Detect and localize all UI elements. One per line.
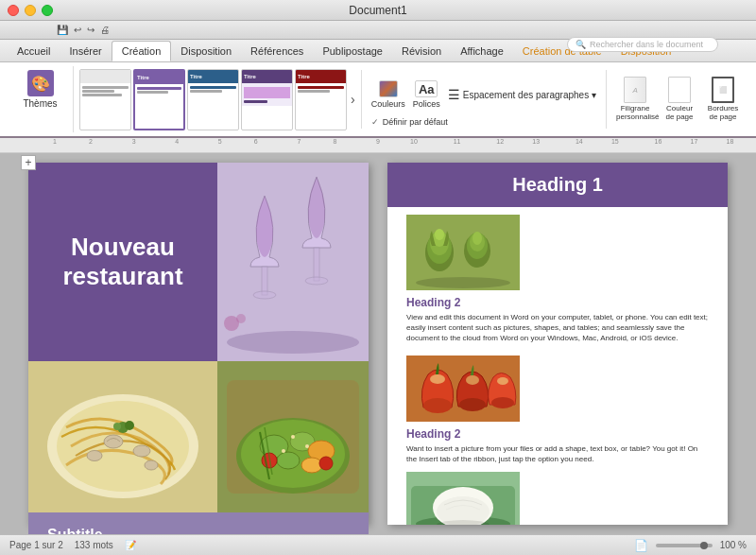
themes-label: Thèmes — [23, 98, 57, 109]
ribbon-group-theme-gallery: Titre Titre Titre Titre — [76, 66, 359, 132]
restaurant-title: Nouveau restaurant — [47, 233, 198, 291]
tab-references[interactable]: Références — [241, 41, 313, 61]
tab-accueil[interactable]: Accueil — [8, 41, 60, 61]
svg-rect-4 — [314, 248, 319, 281]
ruler-mark-6: 6 — [254, 138, 258, 145]
svg-point-41 — [472, 232, 482, 245]
hero-text-block: Nouveau restaurant — [28, 163, 217, 361]
svg-point-1 — [227, 331, 359, 354]
content-section-3: Heading 2 To apply any text formatting y… — [387, 468, 728, 525]
svg-point-45 — [430, 374, 445, 384]
subtitle-section: Subtitle To get started right away, just… — [28, 512, 369, 534]
ruler: 1 2 3 4 5 6 7 8 9 10 11 12 13 14 15 16 1… — [0, 138, 756, 153]
traffic-lights — [8, 5, 53, 16]
page-right[interactable]: Heading 1 — [387, 163, 728, 525]
theme-red[interactable]: Titre — [295, 69, 347, 130]
title-bar: Document1 🔍 Rechercher dans le document — [0, 0, 756, 21]
svg-point-26 — [301, 458, 322, 473]
theme-purple[interactable]: Titre — [133, 69, 185, 130]
cream-svg — [406, 472, 520, 525]
pepper-svg — [406, 356, 520, 422]
salad-svg — [217, 361, 369, 512]
svg-point-31 — [282, 449, 285, 453]
ribbon-group-colors-fonts: Couleurs Aa Polices ☰ Espacement des par… — [364, 66, 604, 132]
ruler-mark-7: 7 — [297, 138, 301, 145]
ruler-mark-10: 10 — [410, 138, 418, 145]
svg-point-48 — [491, 397, 514, 408]
spacing-button[interactable]: ☰ Espacement des paragraphes ▾ — [448, 87, 596, 102]
svg-rect-2 — [262, 267, 267, 295]
search-placeholder: Rechercher dans le document — [590, 40, 703, 49]
tab-creation[interactable]: Création — [112, 41, 172, 61]
fonts-button[interactable]: Aa Polices — [413, 80, 440, 109]
theme-nav-arrow[interactable]: › — [351, 92, 355, 107]
maximize-button[interactable] — [42, 5, 53, 16]
heading2-2: Heading 2 — [406, 427, 709, 441]
tab-revision[interactable]: Révision — [392, 41, 451, 61]
heading2-1: Heading 2 — [406, 296, 709, 309]
themes-button[interactable]: 🎨 Thèmes — [19, 68, 60, 111]
svg-point-30 — [305, 444, 309, 448]
ruler-mark-15: 15 — [611, 138, 619, 145]
svg-point-29 — [291, 435, 295, 439]
pepper-image — [406, 356, 520, 422]
theme-blank[interactable] — [79, 69, 131, 130]
spacing-label: Espacement des paragraphes — [463, 90, 589, 100]
zoom-slider[interactable] — [656, 544, 713, 547]
theme-blue[interactable]: Titre — [187, 69, 239, 130]
tab-disposition[interactable]: Disposition — [171, 41, 241, 61]
save-icon[interactable]: 💾 — [57, 25, 68, 35]
watermark-button[interactable]: A Filigrane personnalisé — [616, 77, 654, 122]
theme-purple2[interactable]: Titre — [241, 69, 293, 130]
svg-point-47 — [466, 375, 479, 385]
subtitle-heading: Subtitle — [47, 527, 350, 534]
default-label[interactable]: Définir par défaut — [383, 117, 448, 127]
word-count: 133 mots — [75, 540, 113, 550]
svg-point-16 — [125, 421, 134, 430]
ruler-mark-2: 2 — [89, 138, 93, 145]
ruler-mark-14: 14 — [576, 138, 583, 145]
artichoke-image — [406, 215, 520, 290]
svg-point-37 — [435, 229, 444, 240]
minimize-button[interactable] — [25, 5, 36, 16]
svg-point-5 — [305, 277, 328, 285]
print-icon[interactable]: 🖨 — [100, 25, 110, 35]
svg-point-42 — [416, 277, 510, 288]
view-icon-1[interactable]: 📄 — [634, 539, 648, 552]
divider2 — [606, 70, 607, 129]
ruler-mark-17: 17 — [690, 138, 697, 145]
tab-inserer[interactable]: Insérer — [60, 41, 111, 61]
ribbon-group-page-bg: A Filigrane personnalisé Couleur de page… — [609, 66, 748, 132]
ruler-marks: 1 2 3 4 5 6 7 8 9 10 11 12 13 14 15 16 1… — [19, 138, 737, 152]
page-color-button[interactable]: Couleur de page — [662, 77, 697, 122]
borders-button[interactable]: ⬜ Bordures de page — [705, 77, 741, 122]
ruler-mark-11: 11 — [454, 138, 461, 145]
fonts-label: Polices — [413, 99, 440, 109]
page-left[interactable]: + Nouveau restaurant — [28, 163, 369, 525]
window-title: Document1 — [349, 4, 406, 17]
hero-image — [217, 163, 369, 361]
content-section-2: Heading 2 Want to insert a picture from … — [387, 352, 728, 468]
document-container: + Nouveau restaurant — [0, 153, 756, 534]
add-content-button[interactable]: + — [21, 155, 36, 170]
search-bar[interactable]: 🔍 Rechercher dans le document — [567, 37, 718, 52]
tab-publipostage[interactable]: Publipostage — [313, 41, 392, 61]
ribbon: 🎨 Thèmes Titre Titre — [0, 62, 756, 138]
main-area: + Nouveau restaurant — [0, 153, 756, 534]
borders-label: Bordures de page — [705, 105, 741, 122]
spell-check-icon[interactable]: 📝 — [125, 540, 136, 550]
svg-point-44 — [423, 398, 452, 413]
artichoke-svg — [406, 215, 520, 290]
colors-button[interactable]: Couleurs — [371, 80, 405, 109]
redo-icon[interactable]: ↪ — [87, 25, 94, 35]
undo-icon[interactable]: ↩ — [74, 25, 81, 35]
ruler-mark-8: 8 — [333, 138, 336, 145]
cream-image — [406, 472, 520, 525]
ribbon-group-themes: 🎨 Thèmes — [8, 66, 74, 132]
tab-affichage[interactable]: Affichage — [451, 41, 513, 61]
pasta-image — [28, 361, 217, 512]
salad-image — [217, 361, 369, 512]
svg-point-28 — [319, 457, 333, 470]
close-button[interactable] — [8, 5, 19, 16]
ruler-mark-12: 12 — [496, 138, 504, 145]
